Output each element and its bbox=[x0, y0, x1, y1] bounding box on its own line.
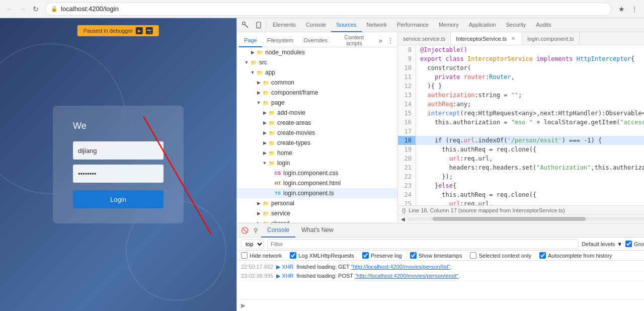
file-tab-interceptor[interactable]: InterceptorService.ts ✕ bbox=[451, 32, 522, 45]
file-tab-service-label: service.service.ts bbox=[403, 36, 445, 42]
reload-button[interactable]: ↻ bbox=[30, 4, 41, 15]
address-bar[interactable]: 🔒 localhost:4200/login bbox=[45, 3, 612, 16]
code-line-14: 14 authReq:any; bbox=[398, 100, 644, 109]
chrome-actions: ★ ⋮ bbox=[616, 4, 640, 15]
selected-context-checkbox[interactable] bbox=[470, 252, 476, 259]
tab-security[interactable]: Security bbox=[501, 18, 531, 32]
console-top-select[interactable]: top bbox=[241, 239, 264, 249]
tree-item-create-movies[interactable]: ▶📁create-movies bbox=[237, 128, 397, 138]
back-button[interactable]: ← bbox=[4, 4, 15, 15]
hide-network-checkbox[interactable] bbox=[241, 252, 248, 259]
main-layout: Paused in debugger ▶ 📷 We Login Elements bbox=[0, 18, 644, 311]
tree-item-personal[interactable]: ▶📁personal bbox=[237, 198, 397, 208]
line-content: this.authReq = req.clone({ bbox=[416, 145, 536, 154]
tree-toggle: ▼ bbox=[249, 69, 256, 76]
tab-console[interactable]: Console bbox=[301, 18, 331, 32]
show-timestamps-option[interactable]: Show timestamps bbox=[410, 252, 462, 259]
tree-item-page[interactable]: ▼📁page bbox=[237, 98, 397, 108]
tree-item-login-component-ts[interactable]: TSlogin.component.ts bbox=[237, 188, 397, 198]
horizontal-scrollbar[interactable] bbox=[407, 217, 644, 221]
tree-item-shared[interactable]: ▶📁shared bbox=[237, 218, 397, 223]
bookmark-button[interactable]: ★ bbox=[616, 4, 627, 15]
show-timestamps-checkbox[interactable] bbox=[410, 252, 417, 259]
password-input[interactable] bbox=[73, 165, 164, 183]
folder-icon: 📁 bbox=[257, 70, 263, 75]
console-filter-button[interactable]: ⚲ bbox=[250, 225, 261, 236]
device-toolbar-button[interactable] bbox=[252, 19, 265, 32]
tree-item-component-frame[interactable]: ▶📁component/frame bbox=[237, 88, 397, 98]
console-message-2: 23:02:38.995 ▶ XHR finished loading: POS… bbox=[237, 272, 644, 281]
preserve-log-option[interactable]: Preserve log bbox=[362, 252, 402, 259]
scroll-left-button[interactable]: ◀ bbox=[399, 215, 407, 223]
line-content: export class InterceptorService implemen… bbox=[416, 54, 634, 63]
console-tab-whatsnew[interactable]: What's New bbox=[295, 223, 340, 238]
tree-item-app[interactable]: ▼📁app bbox=[237, 67, 397, 77]
tab-sources[interactable]: Sources bbox=[331, 18, 361, 32]
autocomplete-option[interactable]: Autocomplete from history bbox=[539, 252, 612, 259]
tree-item-label: login.component.html bbox=[283, 180, 341, 187]
log-xmlhttp-option[interactable]: Log XMLHttpRequests bbox=[290, 252, 354, 259]
forward-button[interactable]: → bbox=[17, 4, 28, 15]
tree-item-login-component-css[interactable]: CSlogin.component.css bbox=[237, 168, 397, 178]
nav-buttons: ← → ↻ bbox=[4, 4, 41, 15]
preserve-log-label: Preserve log bbox=[371, 253, 402, 259]
folder-icon: 📁 bbox=[269, 110, 275, 116]
tab-filesystem[interactable]: Filesystem bbox=[262, 34, 299, 47]
tree-item-node-modules[interactable]: ▶📁node_modules bbox=[237, 47, 397, 57]
more-tabs-button[interactable]: » bbox=[376, 35, 386, 46]
tab-content-scripts[interactable]: Content scripts bbox=[333, 34, 376, 47]
tree-item-login-component-html[interactable]: HTlogin.component.html bbox=[237, 178, 397, 188]
username-input[interactable] bbox=[73, 141, 164, 160]
preserve-log-checkbox[interactable] bbox=[362, 252, 369, 259]
tree-item-create-areas[interactable]: ▶📁create-areas bbox=[237, 118, 397, 128]
url-text: localhost:4200/login bbox=[61, 5, 119, 13]
tab-application[interactable]: Application bbox=[464, 18, 501, 32]
tree-toggle: ▶ bbox=[255, 79, 262, 86]
tab-network[interactable]: Network bbox=[362, 18, 392, 32]
tree-item-create-types[interactable]: ▶📁create-types bbox=[237, 138, 397, 148]
file-tree-action-button[interactable]: ⋮ bbox=[385, 35, 395, 46]
tab-page[interactable]: Page bbox=[239, 34, 262, 47]
line-content: this.authReq = req.clone({ bbox=[416, 190, 536, 199]
console-filter-input[interactable] bbox=[267, 239, 579, 249]
debugger-text: Paused in debugger bbox=[84, 28, 133, 34]
debugger-play-icon[interactable]: ▶ bbox=[136, 27, 143, 34]
tree-item-src[interactable]: ▼📁src bbox=[237, 57, 397, 67]
file-tab-service[interactable]: service.service.ts bbox=[398, 32, 451, 45]
tab-overrides[interactable]: Overrides bbox=[298, 34, 333, 47]
folder-icon: 📁 bbox=[263, 90, 269, 96]
tab-memory[interactable]: Memory bbox=[434, 18, 464, 32]
msg1-link[interactable]: "http://localhost:4200/movies/person/lis… bbox=[351, 264, 450, 270]
inspect-element-button[interactable] bbox=[239, 19, 252, 32]
folder-icon: 📁 bbox=[269, 140, 275, 146]
autocomplete-checkbox[interactable] bbox=[539, 252, 546, 259]
tree-toggle: ▶ bbox=[255, 200, 262, 207]
menu-button[interactable]: ⋮ bbox=[629, 4, 640, 15]
tab-audits[interactable]: Audits bbox=[531, 18, 556, 32]
tree-item-label: page bbox=[271, 99, 285, 106]
file-tab-interceptor-close[interactable]: ✕ bbox=[510, 35, 517, 42]
console-clear-button[interactable]: 🚫 bbox=[239, 225, 250, 236]
tree-item-home[interactable]: ▶📁home bbox=[237, 148, 397, 158]
console-prompt-input[interactable] bbox=[248, 302, 644, 309]
line-content: this.authorization = "mso " + localStora… bbox=[416, 118, 644, 127]
selected-context-option[interactable]: Selected context only bbox=[470, 252, 531, 259]
tab-performance[interactable]: Performance bbox=[392, 18, 434, 32]
debugger-camera-icon[interactable]: 📷 bbox=[146, 27, 153, 34]
console-tab-console[interactable]: Console bbox=[261, 223, 295, 238]
msg2-link[interactable]: "http://localhost:4200/movies/person/exs… bbox=[355, 273, 459, 279]
tree-item-add-movie[interactable]: ▶📁add-movie bbox=[237, 108, 397, 118]
code-line-17: 17 bbox=[398, 127, 644, 136]
log-xmlhttp-checkbox[interactable] bbox=[290, 252, 296, 259]
line-number: 12 bbox=[398, 82, 416, 91]
tree-item-login[interactable]: ▼📁login bbox=[237, 158, 397, 168]
console-panel: 🚫 ⚲ Console What's New top Default level… bbox=[237, 223, 644, 311]
tree-item-service[interactable]: ▶📁service bbox=[237, 208, 397, 218]
tab-elements[interactable]: Elements bbox=[268, 18, 301, 32]
code-editor[interactable]: 8@Injectable()9export class InterceptorS… bbox=[398, 45, 644, 205]
group-similar-checkbox[interactable] bbox=[625, 241, 632, 247]
tree-item-common[interactable]: ▶📁common bbox=[237, 77, 397, 88]
login-button[interactable]: Login bbox=[73, 190, 164, 208]
file-tab-login[interactable]: login.component.ts bbox=[522, 32, 579, 45]
hide-network-option[interactable]: Hide network bbox=[241, 252, 282, 259]
